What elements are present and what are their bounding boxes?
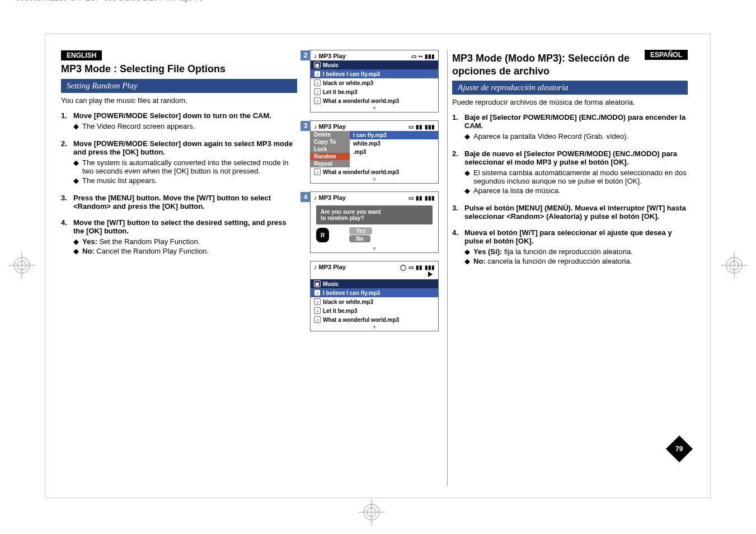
scroll-down-icon: ▾ bbox=[311, 323, 438, 331]
left-intro: You can play the music files at random. bbox=[61, 96, 297, 105]
screen-badge: 3 bbox=[300, 121, 311, 131]
folder-label: Music bbox=[323, 62, 339, 68]
step-num: 1. bbox=[61, 111, 73, 132]
lang-tag-espanol: ESPAÑOL bbox=[645, 50, 688, 60]
pause-icon: ▮▮ bbox=[416, 264, 422, 270]
right-title: MP3 Mode (Modo MP3): Selección de opcion… bbox=[452, 52, 639, 77]
step-num: 2. bbox=[452, 149, 464, 196]
confirm-dialog: Are you sure you want to random play? bbox=[316, 205, 433, 224]
scroll-down-icon: ▾ bbox=[311, 245, 438, 252]
page-frame: ENGLISH MP3 Mode : Selecting File Option… bbox=[45, 34, 711, 498]
folder-icon: ▣ bbox=[314, 62, 321, 68]
random-icon: ◯ bbox=[400, 264, 406, 270]
status-icons: ▭▮▮▮▮▮ bbox=[408, 195, 435, 201]
step-title: Baje el [Selector POWER/MODE] (ENC./MODO… bbox=[464, 113, 685, 130]
crop-mark-left-icon bbox=[8, 252, 35, 279]
file-row: Let it be.mp3 bbox=[323, 308, 358, 314]
screen-title: MP3 Play bbox=[319, 264, 346, 270]
dialog-text: Are you sure you want bbox=[321, 209, 428, 215]
step-title: Pulse el botón [MENU] (MENÚ). Mueva el i… bbox=[464, 204, 686, 221]
scroll-down-icon: ▾ bbox=[311, 104, 438, 112]
folder-icon: ▣ bbox=[314, 280, 321, 287]
card-icon: ▭ bbox=[411, 53, 416, 59]
diamond-icon: ◆ bbox=[464, 257, 473, 265]
file-row: black or white.mp3 bbox=[323, 80, 373, 86]
svg-point-0 bbox=[14, 257, 30, 273]
bullet-text: The Video Record screen appears. bbox=[82, 122, 195, 130]
play-icon bbox=[428, 271, 433, 277]
diamond-icon: ◆ bbox=[464, 132, 473, 140]
svg-point-5 bbox=[730, 261, 739, 270]
status-icons: ◯▭▮▮▮▮▮ bbox=[400, 264, 435, 270]
left-steps: 1. Move [POWER/MODE Selector] down to tu… bbox=[61, 111, 297, 256]
file-row: What a wonderful world.mp3 bbox=[323, 169, 399, 175]
step-num: 1. bbox=[452, 113, 464, 142]
music-file-icon: ♪ bbox=[314, 298, 321, 305]
diamond-icon: ◆ bbox=[464, 247, 473, 256]
right-subhead: Ajuste de reproducción aleatoria bbox=[452, 81, 688, 95]
right-column: MP3 Mode (Modo MP3): Selección de opcion… bbox=[447, 50, 688, 486]
screen-title: MP3 Play bbox=[319, 53, 346, 59]
device-screen-3: 3 ♪ MP3 Play ▭▮▮▮▮▮ Delete Copy To Lock … bbox=[310, 120, 439, 184]
crop-mark-bottom-icon bbox=[358, 499, 385, 526]
yes-button: Yes bbox=[349, 227, 372, 235]
left-step-2: 2. Move [POWER/MODE Selector] down again… bbox=[61, 139, 297, 186]
step-title: Press the [MENU] button. Move the [W/T] … bbox=[73, 194, 271, 210]
file-row: I believe I can fly.mp3 bbox=[323, 290, 380, 296]
battery-icon: ▮▮▮ bbox=[425, 264, 435, 270]
device-screen-4: 4 ♪ MP3 Play ▭▮▮▮▮▮ Are you sure you wan… bbox=[310, 191, 439, 253]
bullet-text: No: Cancel the Random Play Function. bbox=[82, 247, 209, 255]
left-step-1: 1. Move [POWER/MODE Selector] down to tu… bbox=[61, 111, 297, 132]
bullet-text: The music list appears. bbox=[82, 176, 157, 185]
music-file-icon: ♪ bbox=[314, 71, 321, 77]
crop-mark-right-icon bbox=[721, 252, 748, 279]
diamond-icon: ◆ bbox=[73, 237, 82, 246]
bullet-text: Aparece la pantalla Video Record (Grab. … bbox=[473, 132, 628, 140]
random-pill: R bbox=[316, 228, 329, 242]
battery-icon: ▮▮▮ bbox=[425, 195, 435, 201]
diamond-icon: ◆ bbox=[464, 186, 473, 195]
right-step-3: 3. Pulse el botón [MENU] (MENÚ). Mueva e… bbox=[452, 204, 688, 221]
bullet-text: Yes: Set the Random Play Function. bbox=[82, 237, 200, 246]
print-header-line: 00906J M2100 UK+ESP-089 9/8/05 1:26 PM P… bbox=[16, 0, 756, 2]
music-note-icon: ♪ bbox=[314, 53, 317, 59]
left-column: ENGLISH MP3 Mode : Selecting File Option… bbox=[61, 50, 302, 486]
step-num: 3. bbox=[61, 194, 73, 210]
file-row: Let it be.mp3 bbox=[323, 89, 358, 95]
svg-point-9 bbox=[367, 508, 376, 517]
music-file-icon: ♪ bbox=[314, 97, 321, 104]
music-file-icon: ♪ bbox=[314, 88, 321, 95]
file-row: I believe I can fly.mp3 bbox=[323, 71, 380, 77]
diamond-icon: ◆ bbox=[73, 176, 82, 185]
no-button: No bbox=[349, 235, 370, 242]
left-title: MP3 Mode : Selecting File Options bbox=[61, 63, 297, 76]
pause-icon: ▮▮ bbox=[416, 124, 422, 130]
diamond-icon: ◆ bbox=[73, 122, 82, 130]
status-icons: ▭▪▪▮▮▮ bbox=[411, 53, 435, 59]
card-icon: ▭ bbox=[408, 264, 414, 270]
step-title: Mueva el botón [W/T] para seleccionar el… bbox=[464, 228, 672, 245]
scroll-down-icon: ▾ bbox=[311, 175, 438, 183]
svg-point-4 bbox=[726, 257, 742, 273]
menu-lock: Lock bbox=[311, 146, 350, 153]
music-note-icon: ♪ bbox=[314, 194, 317, 201]
screen-badge: 2 bbox=[300, 50, 311, 60]
step-title: Move [POWER/MODE Selector] down again to… bbox=[73, 139, 293, 156]
menu-random: Random bbox=[311, 153, 350, 160]
screen-title: MP3 Play bbox=[319, 123, 346, 130]
bullet-text: No: cancela la función de reproducción a… bbox=[473, 257, 632, 265]
file-row: What a wonderful world.mp3 bbox=[323, 317, 399, 323]
card-icon: ▭ bbox=[408, 124, 414, 130]
bullet-text: Aparece la lista de música. bbox=[473, 186, 560, 195]
dialog-text: to random play? bbox=[321, 215, 428, 221]
peek-text: white.mp3 bbox=[353, 140, 381, 147]
diamond-icon: ◆ bbox=[73, 247, 82, 255]
file-row: What a wonderful world.mp3 bbox=[323, 98, 399, 104]
step-num: 3. bbox=[452, 204, 464, 221]
battery-icon: ▮▮▮ bbox=[425, 53, 435, 59]
menu-repeat: Repeat bbox=[311, 160, 350, 167]
bullet-text: Yes (Sí): fija la función de reproducció… bbox=[473, 247, 633, 256]
svg-point-8 bbox=[364, 504, 379, 520]
device-screens-column: 2 ♪ MP3 Play ▭▪▪▮▮▮ ▣Music ♪I believe I … bbox=[302, 50, 447, 486]
play-indicator bbox=[311, 271, 438, 279]
